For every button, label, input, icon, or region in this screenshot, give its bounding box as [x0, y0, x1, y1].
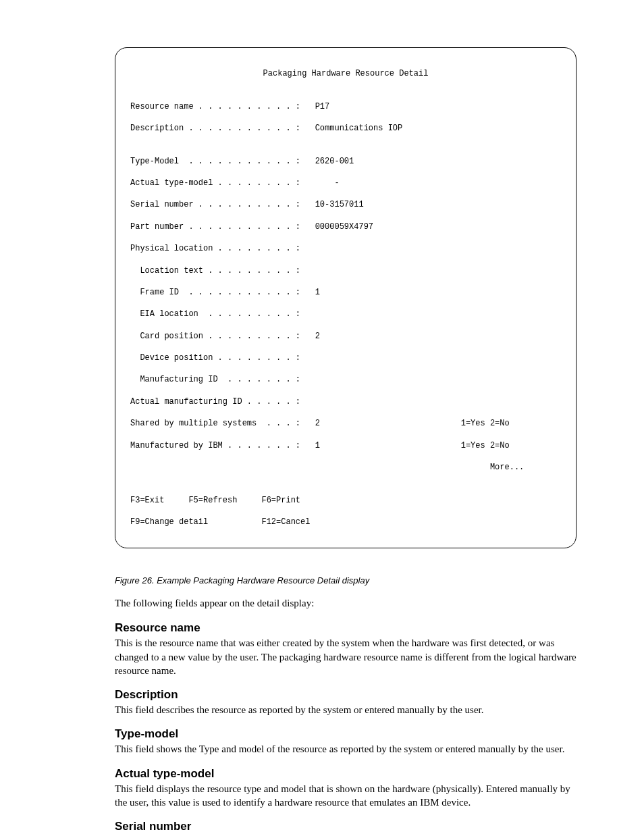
section-description: Description This field describes the res… [115, 688, 576, 716]
terminal-title: Packaging Hardware Resource Detail [130, 68, 561, 79]
terminal-line: Description . . . . . . . . . . . : Comm… [130, 123, 561, 134]
section-actual-type-model: Actual type-model This field displays th… [115, 767, 576, 810]
terminal-line: Shared by multiple systems . . . : 2 1=Y… [130, 418, 561, 429]
intro-text: The following fields appear on the detai… [115, 598, 576, 609]
section-body: This field displays the resource type an… [115, 782, 576, 810]
section-body: This field shows the Type and model of t… [115, 742, 576, 756]
terminal-line: Card position . . . . . . . . . : 2 [130, 331, 561, 342]
section-title: Serial number [115, 820, 576, 833]
section-body: This is the resource name that was eithe… [115, 636, 576, 677]
terminal-display: Packaging Hardware Resource Detail Resou… [115, 47, 576, 548]
terminal-line: Serial number . . . . . . . . . . : 10-3… [130, 199, 561, 210]
terminal-line: Resource name . . . . . . . . . . : P17 [130, 101, 561, 112]
terminal-line: Device position . . . . . . . . : [130, 353, 561, 363]
terminal-line: F9=Change detail F12=Cancel [130, 517, 561, 527]
terminal-line: Type-Model . . . . . . . . . . . : 2620-… [130, 156, 561, 167]
terminal-line: Frame ID . . . . . . . . . . . : 1 [130, 287, 561, 298]
section-resource-name: Resource name This is the resource name … [115, 621, 576, 677]
figure-caption: Figure 26. Example Packaging Hardware Re… [115, 575, 576, 585]
terminal-line: F3=Exit F5=Refresh F6=Print [130, 495, 561, 506]
section-title: Description [115, 688, 576, 702]
terminal-line: Manufacturing ID . . . . . . . : [130, 374, 561, 385]
section-serial-number: Serial number This field shows the seria… [115, 820, 576, 834]
terminal-line: Actual manufacturing ID . . . . . : [130, 396, 561, 407]
section-type-model: Type-model This field shows the Type and… [115, 727, 576, 756]
section-title: Actual type-model [115, 767, 576, 781]
terminal-line: Actual type-model . . . . . . . . : - [130, 178, 561, 188]
terminal-line: More... [130, 462, 561, 473]
terminal-line: Location text . . . . . . . . . : [130, 265, 561, 276]
section-title: Resource name [115, 621, 576, 635]
terminal-line: EIA location . . . . . . . . . : [130, 309, 561, 319]
terminal-line: Part number . . . . . . . . . . . : 0000… [130, 221, 561, 232]
section-body: This field describes the resource as rep… [115, 703, 576, 716]
section-title: Type-model [115, 727, 576, 741]
terminal-line: Manufactured by IBM . . . . . . . : 1 1=… [130, 440, 561, 451]
terminal-line: Physical location . . . . . . . . : [130, 243, 561, 254]
